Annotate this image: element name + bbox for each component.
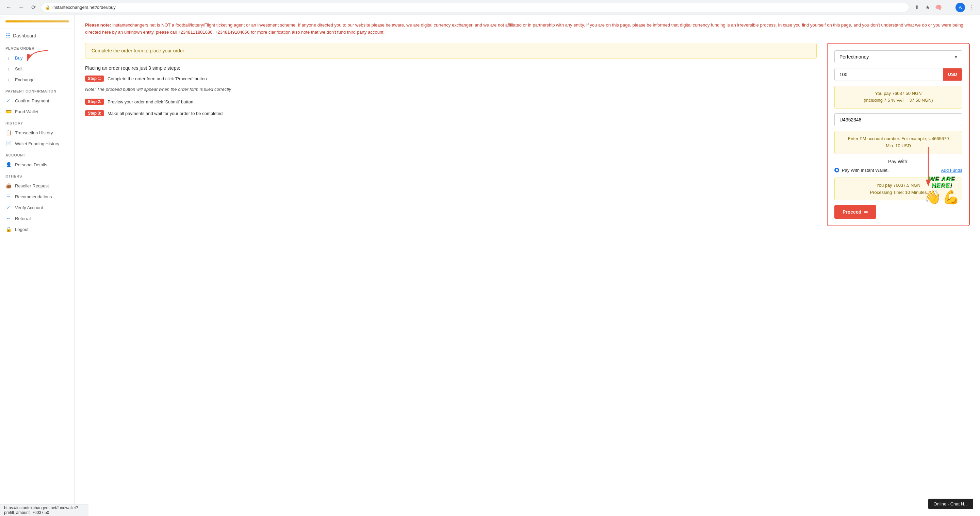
sidebar-item-verify-account[interactable]: ✓ Verify Account [0, 202, 75, 213]
window-icon[interactable]: □ [945, 3, 954, 12]
step3-text: Make all payments and wait for your orde… [108, 110, 223, 117]
radio-dot [834, 168, 839, 173]
browser-chrome: ← → ⟳ 🔒 instantexchangers.net/order/buy … [0, 0, 980, 15]
sidebar-item-confirm-payment[interactable]: ✓ Confirm Payment [0, 95, 75, 106]
pay-with-label: Pay With: [834, 159, 962, 164]
proceed-arrow-icon: ➡ [864, 209, 868, 214]
logout-label: Logout [15, 227, 29, 232]
wallet-funding-icon: 📄 [5, 141, 11, 146]
fund-wallet-icon: 💳 [5, 109, 11, 114]
sidebar-item-fund-wallet[interactable]: 💳 Fund Wallet [0, 106, 75, 117]
verify-account-icon: ✓ [5, 205, 11, 210]
note-text: Note: The proceed button will appear whe… [85, 87, 817, 92]
sidebar-item-referral[interactable]: ← Referral [0, 213, 75, 224]
left-panel: Complete the order form to place your or… [85, 43, 817, 227]
step2-item: Step 2: Preview your order and click 'Su… [85, 98, 817, 105]
profile-avatar[interactable]: A [956, 3, 965, 12]
sidebar-item-reseller-request[interactable]: 👜 Reseller Request [0, 180, 75, 191]
notice-text: instantexchangers.net is NOT a football/… [85, 22, 963, 35]
confirm-payment-icon: ✓ [5, 98, 11, 103]
verify-account-label: Verify Account [15, 205, 43, 210]
sidebar: ☷ Dashboard PLACE ORDER ↓ Buy ↑ Sell [0, 15, 75, 516]
account-form-group [834, 113, 962, 126]
payment-line1: You pay 76037.5 NGN [840, 182, 957, 189]
url-text: instantexchangers.net/order/buy [52, 5, 116, 10]
notice-box: Please note: instantexchangers.net is NO… [85, 22, 970, 36]
account-hint-line2: Min. 10 USD [840, 143, 957, 150]
dashboard-grid-icon: ☷ [5, 32, 10, 39]
currency-form-group: Perfectmoney Bitcoin Ethereum USDT ▼ [834, 50, 962, 63]
step2-text: Preview your order and click 'Submit' bu… [108, 98, 193, 105]
pay-with-section: Pay With: Pay With Instant Wallet. Add F… [834, 159, 962, 173]
sidebar-item-recommendations[interactable]: ☰ Recommendations [0, 191, 75, 202]
exchange-icon: ↕ [5, 77, 11, 82]
logout-icon: 🔒 [5, 227, 11, 232]
you-pay-banner: You pay 76037.50 NGN (including 7.5 % VA… [834, 86, 962, 109]
fund-wallet-label: Fund Wallet [15, 109, 38, 114]
main-content: Please note: instantexchangers.net is NO… [75, 15, 980, 516]
payment-info-banner: You pay 76037.5 NGN Processing Time: 10 … [834, 178, 962, 201]
sidebar-item-wallet-funding[interactable]: 📄 Wallet Funding History [0, 138, 75, 149]
page-layout: ☷ Dashboard PLACE ORDER ↓ Buy ↑ Sell [0, 15, 980, 516]
sidebar-item-sell[interactable]: ↑ Sell [0, 63, 75, 74]
account-section-title: ACCOUNT [0, 149, 75, 159]
currency-badge: USD [943, 68, 962, 81]
sidebar-item-dashboard[interactable]: ☷ Dashboard [0, 29, 75, 42]
step3-badge: Step 3: [85, 110, 104, 116]
step2-badge: Step 2: [85, 98, 104, 105]
browser-right-icons: ⬆ ★ 🧠 □ A ⋮ [912, 3, 976, 12]
status-bar: https://instantexchangers.net/fundwallet… [0, 504, 89, 516]
sidebar-item-transaction-history[interactable]: 📋 Transaction History [0, 127, 75, 138]
forward-button[interactable]: → [16, 3, 26, 12]
wallet-radio-option[interactable]: Pay With Instant Wallet. [834, 168, 889, 173]
status-url: https://instantexchangers.net/fundwallet… [4, 505, 78, 515]
you-pay-line1: You pay 76037.50 NGN [840, 90, 957, 97]
order-banner: Complete the order form to place your or… [85, 43, 817, 59]
proceed-button[interactable]: Proceed ➡ [834, 205, 876, 219]
sidebar-item-buy[interactable]: ↓ Buy [0, 52, 75, 63]
sidebar-item-exchange[interactable]: ↕ Exchange [0, 74, 75, 85]
amount-input[interactable] [835, 68, 943, 81]
transaction-history-icon: 📋 [5, 130, 11, 135]
address-bar[interactable]: 🔒 instantexchangers.net/order/buy [41, 3, 909, 12]
recommendations-icon: ☰ [5, 194, 11, 199]
logo-bar [5, 21, 69, 22]
you-pay-line2: (including 7.5 % VAT = 37.50 NGN) [840, 97, 957, 104]
order-banner-text: Complete the order form to place your or… [92, 48, 184, 53]
sidebar-item-personal-details[interactable]: 👤 Personal Details [0, 159, 75, 170]
buy-arrow-icon: ↓ [5, 55, 11, 60]
transaction-history-label: Transaction History [15, 130, 53, 135]
history-section-title: HISTORY [0, 117, 75, 127]
amount-row: USD [834, 68, 962, 81]
chat-widget[interactable]: Online - Chat N... [928, 499, 973, 509]
step3-item: Step 3: Make all payments and wait for y… [85, 110, 817, 117]
currency-select[interactable]: Perfectmoney Bitcoin Ethereum USDT [834, 50, 962, 63]
wallet-radio-row: Pay With Instant Wallet. Add Funds [834, 168, 962, 173]
add-funds-link[interactable]: Add Funds [941, 168, 962, 173]
back-button[interactable]: ← [4, 3, 14, 12]
share-icon[interactable]: ⬆ [912, 3, 921, 12]
steps-section: Placing an order requires just 3 simple … [85, 65, 817, 117]
sidebar-item-logout[interactable]: 🔒 Logout [0, 224, 75, 235]
extensions-icon[interactable]: 🧠 [934, 3, 943, 12]
bookmark-icon[interactable]: ★ [923, 3, 932, 12]
menu-icon[interactable]: ⋮ [966, 3, 976, 12]
step1-text: Complete the order form and click 'Proce… [108, 76, 207, 82]
amount-form-group: USD [834, 68, 962, 81]
payment-line2: Processing Time: 10 Minutes [840, 189, 957, 196]
referral-label: Referral [15, 216, 30, 221]
account-input[interactable] [834, 113, 962, 126]
payment-confirmation-section-title: PAYMENT CONFIRMATION [0, 85, 75, 95]
sell-label: Sell [15, 66, 22, 71]
dashboard-label: Dashboard [13, 33, 37, 38]
reseller-icon: 👜 [5, 183, 11, 189]
sell-arrow-icon: ↑ [5, 66, 11, 71]
sidebar-logo [0, 15, 75, 29]
reload-button[interactable]: ⟳ [29, 3, 38, 12]
chat-widget-label: Online - Chat N... [934, 502, 968, 506]
account-hint-line1: Enter PM account number. For example, U4… [840, 135, 957, 143]
account-hint-banner: Enter PM account number. For example, U4… [834, 131, 962, 154]
personal-details-label: Personal Details [15, 162, 47, 167]
exchange-label: Exchange [15, 77, 35, 82]
proceed-label: Proceed [843, 209, 861, 214]
